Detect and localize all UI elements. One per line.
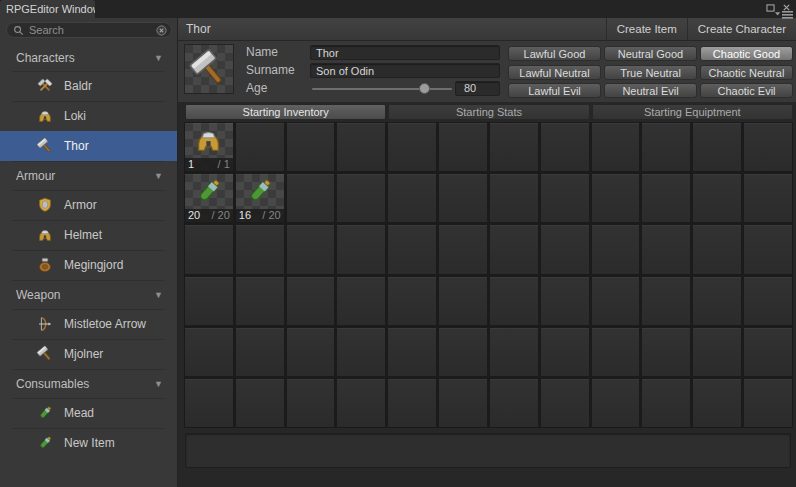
inventory-cell[interactable]	[439, 277, 487, 325]
inventory-cell[interactable]	[388, 328, 436, 376]
inventory-cell[interactable]	[490, 379, 538, 427]
inventory-item-cell[interactable]: 16/ 20	[236, 174, 284, 222]
inventory-cell[interactable]	[642, 277, 690, 325]
sidebar-item-baldr[interactable]: Baldr	[0, 71, 177, 101]
inventory-cell[interactable]	[236, 328, 284, 376]
section-header-consumables[interactable]: Consumables▼	[0, 369, 177, 398]
inventory-cell[interactable]	[541, 174, 589, 222]
inventory-cell[interactable]	[236, 225, 284, 273]
inventory-cell[interactable]	[388, 174, 436, 222]
section-header-weapon[interactable]: Weapon▼	[0, 280, 177, 309]
inventory-cell[interactable]	[337, 328, 385, 376]
surname-field[interactable]	[310, 63, 500, 78]
inventory-cell[interactable]	[337, 379, 385, 427]
alignment-button-chaotic-evil[interactable]: Chaotic Evil	[700, 83, 793, 98]
alignment-button-true-neutral[interactable]: True Neutral	[604, 65, 697, 80]
sidebar-item-loki[interactable]: Loki	[0, 101, 177, 131]
inventory-cell[interactable]	[185, 328, 233, 376]
inventory-cell[interactable]	[744, 379, 792, 427]
section-header-characters[interactable]: Characters▼	[0, 44, 177, 71]
inventory-cell[interactable]	[744, 123, 792, 171]
collapse-triangle-icon[interactable]: ▼	[154, 171, 163, 181]
create-character-button[interactable]: Create Character	[687, 18, 796, 40]
tab-starting-equiptment[interactable]: Starting Equiptment	[592, 104, 793, 120]
alignment-button-lawful-good[interactable]: Lawful Good	[508, 46, 601, 61]
inventory-cell[interactable]	[744, 277, 792, 325]
inventory-cell[interactable]	[541, 277, 589, 325]
collapse-triangle-icon[interactable]: ▼	[154, 379, 163, 389]
inventory-cell[interactable]	[236, 123, 284, 171]
inventory-cell[interactable]	[592, 174, 640, 222]
alignment-button-lawful-evil[interactable]: Lawful Evil	[508, 83, 601, 98]
search-clear-icon[interactable]	[156, 25, 167, 36]
inventory-cell[interactable]	[541, 379, 589, 427]
inventory-cell[interactable]	[642, 123, 690, 171]
section-header-armour[interactable]: Armour▼	[0, 161, 177, 190]
sidebar-item-mead[interactable]: Mead	[0, 398, 177, 428]
sidebar-item-helmet[interactable]: Helmet	[0, 220, 177, 250]
inventory-cell[interactable]	[490, 123, 538, 171]
inventory-cell[interactable]	[337, 225, 385, 273]
inventory-cell[interactable]	[287, 379, 335, 427]
inventory-cell[interactable]	[541, 225, 589, 273]
inventory-cell[interactable]	[388, 379, 436, 427]
inventory-cell[interactable]	[287, 328, 335, 376]
alignment-button-neutral-evil[interactable]: Neutral Evil	[604, 83, 697, 98]
inventory-cell[interactable]	[439, 123, 487, 171]
inventory-cell[interactable]	[439, 174, 487, 222]
name-field[interactable]	[310, 45, 500, 60]
inventory-cell[interactable]	[287, 174, 335, 222]
inventory-cell[interactable]	[388, 225, 436, 273]
pane-menu-icon[interactable]	[774, 10, 794, 19]
inventory-cell[interactable]	[439, 379, 487, 427]
inventory-cell[interactable]	[337, 174, 385, 222]
alignment-button-neutral-good[interactable]: Neutral Good	[604, 46, 697, 61]
inventory-cell[interactable]	[541, 123, 589, 171]
inventory-cell[interactable]	[693, 328, 741, 376]
inventory-cell[interactable]	[592, 379, 640, 427]
inventory-cell[interactable]	[236, 277, 284, 325]
inventory-cell[interactable]	[439, 328, 487, 376]
sidebar-item-new-item[interactable]: New Item	[0, 428, 177, 458]
inventory-cell[interactable]	[490, 174, 538, 222]
sidebar-item-thor[interactable]: Thor	[0, 131, 177, 161]
inventory-cell[interactable]	[185, 379, 233, 427]
collapse-triangle-icon[interactable]: ▼	[154, 290, 163, 300]
inventory-cell[interactable]	[439, 225, 487, 273]
inventory-cell[interactable]	[744, 328, 792, 376]
inventory-cell[interactable]	[287, 225, 335, 273]
inventory-cell[interactable]	[592, 328, 640, 376]
tab-starting-inventory[interactable]: Starting Inventory	[185, 104, 386, 120]
alignment-button-chaotic-neutral[interactable]: Chaotic Neutral	[700, 65, 793, 80]
tab-starting-stats[interactable]: Starting Stats	[388, 104, 589, 120]
sidebar-item-megingjord[interactable]: Megingjord	[0, 250, 177, 280]
search-input[interactable]	[27, 23, 156, 37]
inventory-cell[interactable]	[236, 379, 284, 427]
inventory-cell[interactable]	[693, 174, 741, 222]
window-tab[interactable]: RPGEditor Window	[0, 0, 95, 18]
inventory-cell[interactable]	[693, 277, 741, 325]
inventory-cell[interactable]	[744, 225, 792, 273]
alignment-button-chaotic-good[interactable]: Chaotic Good	[700, 46, 793, 61]
inventory-cell[interactable]	[490, 277, 538, 325]
inventory-cell[interactable]	[388, 277, 436, 325]
create-item-button[interactable]: Create Item	[606, 18, 687, 40]
collapse-triangle-icon[interactable]: ▼	[154, 53, 163, 63]
inventory-cell[interactable]	[287, 277, 335, 325]
alignment-button-lawful-neutral[interactable]: Lawful Neutral	[508, 65, 601, 80]
inventory-cell[interactable]	[185, 225, 233, 273]
inventory-cell[interactable]	[388, 123, 436, 171]
inventory-cell[interactable]	[490, 328, 538, 376]
inventory-cell[interactable]	[337, 123, 385, 171]
age-value-field[interactable]: 80	[455, 81, 500, 96]
inventory-item-cell[interactable]: 1/ 1	[185, 123, 233, 171]
inventory-cell[interactable]	[642, 225, 690, 273]
sidebar-item-armor[interactable]: Armor	[0, 190, 177, 220]
inventory-cell[interactable]	[744, 174, 792, 222]
inventory-cell[interactable]	[287, 123, 335, 171]
inventory-cell[interactable]	[693, 379, 741, 427]
sidebar-item-mistletoe-arrow[interactable]: Mistletoe Arrow	[0, 309, 177, 339]
inventory-cell[interactable]	[642, 328, 690, 376]
sidebar-item-mjolner[interactable]: Mjolner	[0, 339, 177, 369]
inventory-cell[interactable]	[592, 123, 640, 171]
